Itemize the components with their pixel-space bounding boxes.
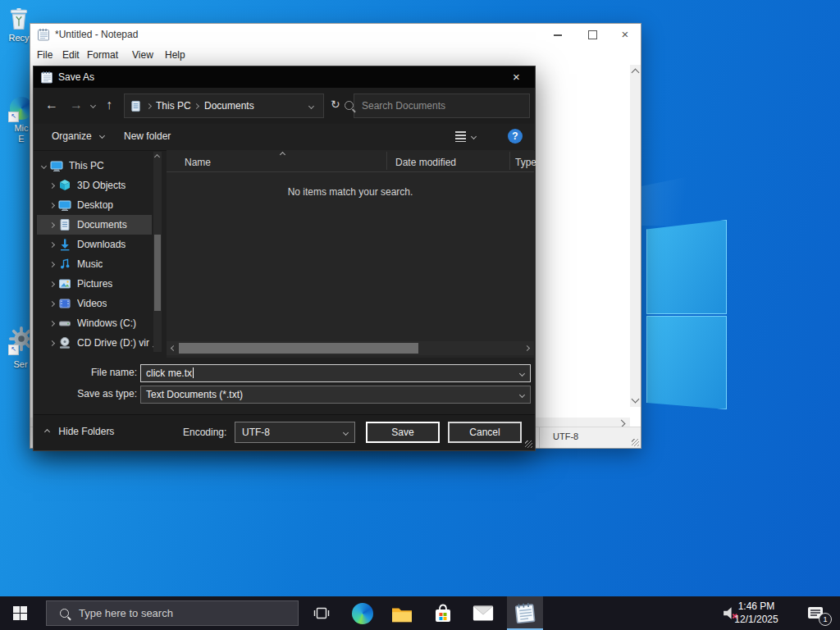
notepad-titlebar[interactable]: *Untitled - Notepad × bbox=[30, 24, 641, 45]
chevron-down-icon[interactable] bbox=[40, 162, 46, 168]
tree-item-3d-objects[interactable]: 3D Objects bbox=[37, 176, 152, 195]
save-as-type-select[interactable]: Text Documents (*.txt) bbox=[140, 386, 531, 404]
menu-format[interactable]: Format bbox=[87, 49, 118, 61]
organize-button[interactable]: Organize bbox=[52, 130, 104, 142]
search-box[interactable]: Search Documents bbox=[354, 94, 530, 118]
scrollbar-thumb[interactable] bbox=[154, 235, 161, 311]
menu-view[interactable]: View bbox=[132, 49, 153, 61]
notification-center-button[interactable]: 1 bbox=[797, 596, 835, 630]
close-button[interactable]: × bbox=[611, 24, 639, 45]
tree-item-desktop[interactable]: Desktop bbox=[37, 195, 152, 215]
dialog-footer: Hide Folders Encoding: UTF-8 Save Cancel bbox=[34, 414, 535, 450]
address-dropdown-icon[interactable] bbox=[308, 103, 314, 109]
task-view-button[interactable] bbox=[304, 596, 340, 630]
chevron-down-icon[interactable] bbox=[519, 392, 525, 398]
vertical-scrollbar[interactable] bbox=[630, 65, 641, 407]
tree-item-cd-drive-d[interactable]: CD Drive (D:) vir bbox=[37, 333, 152, 353]
task-view-icon bbox=[313, 606, 330, 620]
back-button[interactable]: ← bbox=[45, 98, 58, 112]
tree-label: 3D Objects bbox=[77, 180, 126, 191]
close-button[interactable]: × bbox=[498, 66, 535, 88]
scroll-down-icon[interactable] bbox=[632, 395, 640, 404]
maximize-button[interactable] bbox=[578, 24, 606, 45]
column-name[interactable]: Name bbox=[185, 157, 211, 168]
dialog-navigation-bar: ← → ↑ This PC Documents ↻ Search Documen… bbox=[34, 88, 535, 124]
desktop: Recy ↖ Mic E ↖ Ser *Untitled - Notepad ×… bbox=[0, 0, 840, 630]
recent-locations-icon[interactable] bbox=[90, 103, 96, 108]
menu-file[interactable]: File bbox=[37, 49, 52, 61]
taskbar-mail-button[interactable] bbox=[465, 596, 501, 630]
scroll-left-icon[interactable] bbox=[171, 345, 176, 351]
tree-item-videos[interactable]: Videos bbox=[37, 294, 152, 313]
chevron-right-icon[interactable] bbox=[48, 281, 54, 286]
menu-help[interactable]: Help bbox=[165, 49, 185, 61]
chevron-down-icon[interactable] bbox=[519, 371, 525, 377]
chevron-right-icon[interactable] bbox=[48, 182, 54, 188]
taskbar-edge-button[interactable] bbox=[345, 596, 381, 630]
menu-edit[interactable]: Edit bbox=[62, 49, 80, 61]
column-type[interactable]: Type bbox=[515, 157, 536, 168]
microsoft-store-icon bbox=[433, 603, 453, 624]
file-name-input[interactable]: click me.tx bbox=[140, 364, 531, 382]
help-button[interactable]: ? bbox=[508, 129, 523, 144]
taskbar-store-button[interactable] bbox=[425, 596, 461, 630]
taskbar-search-placeholder: Type here to search bbox=[79, 607, 173, 619]
search-icon bbox=[60, 609, 69, 618]
breadcrumb-this-pc[interactable]: This PC bbox=[156, 100, 191, 112]
resize-grip[interactable] bbox=[632, 439, 639, 446]
encoding-label: Encoding: bbox=[183, 427, 226, 438]
chevron-right-icon[interactable] bbox=[48, 340, 54, 345]
folder-tree: This PC 3D Objects Desktop Documents Dow bbox=[34, 150, 165, 358]
forward-button[interactable]: → bbox=[70, 98, 83, 112]
chevron-right-icon[interactable] bbox=[48, 241, 54, 247]
scrollbar-thumb[interactable] bbox=[179, 343, 418, 354]
dialog-titlebar[interactable]: Save As × bbox=[34, 66, 535, 88]
start-button[interactable] bbox=[2, 596, 38, 630]
column-divider[interactable] bbox=[386, 152, 387, 170]
scroll-right-icon[interactable] bbox=[524, 345, 530, 351]
breadcrumb-documents[interactable]: Documents bbox=[204, 100, 254, 112]
taskbar-file-explorer-button[interactable] bbox=[384, 596, 420, 630]
chevron-right-icon[interactable] bbox=[48, 320, 54, 326]
empty-list-message: No items match your search. bbox=[167, 186, 534, 198]
chevron-right-icon[interactable] bbox=[48, 221, 54, 227]
search-placeholder[interactable]: Search Documents bbox=[362, 100, 445, 112]
up-button[interactable]: ↑ bbox=[106, 98, 112, 112]
wallpaper-pane-top bbox=[646, 220, 727, 314]
scroll-up-icon[interactable] bbox=[154, 154, 160, 160]
refresh-button[interactable]: ↻ bbox=[331, 97, 340, 112]
notepad-icon bbox=[40, 71, 53, 84]
tree-item-music[interactable]: Music bbox=[37, 254, 152, 274]
chevron-right-icon[interactable] bbox=[48, 300, 54, 306]
tree-item-downloads[interactable]: Downloads bbox=[37, 235, 152, 254]
tree-scrollbar[interactable] bbox=[153, 152, 162, 352]
tree-item-documents[interactable]: Documents bbox=[37, 215, 152, 235]
mail-icon bbox=[472, 605, 494, 621]
column-date-modified[interactable]: Date modified bbox=[395, 157, 456, 168]
tree-item-this-pc[interactable]: This PC bbox=[37, 156, 152, 176]
scroll-up-icon[interactable] bbox=[632, 69, 640, 77]
3d-objects-icon bbox=[58, 179, 71, 192]
search-icon[interactable] bbox=[345, 101, 354, 110]
edge-icon bbox=[352, 603, 373, 624]
cancel-button[interactable]: Cancel bbox=[448, 422, 522, 443]
minimize-button[interactable] bbox=[544, 24, 572, 45]
list-horizontal-scrollbar[interactable] bbox=[167, 341, 534, 355]
column-divider[interactable] bbox=[509, 152, 510, 170]
encoding-select[interactable]: UTF-8 bbox=[235, 422, 355, 443]
views-button[interactable] bbox=[455, 130, 483, 144]
taskbar-notepad-button[interactable] bbox=[507, 596, 543, 630]
save-button[interactable]: Save bbox=[366, 422, 440, 443]
tree-item-windows-c[interactable]: Windows (C:) bbox=[37, 313, 152, 333]
chevron-right-icon[interactable] bbox=[48, 202, 54, 208]
chevron-right-icon[interactable] bbox=[48, 261, 54, 267]
hide-folders-button[interactable]: Hide Folders bbox=[45, 426, 114, 437]
new-folder-button[interactable]: New folder bbox=[124, 130, 171, 142]
taskbar-search-box[interactable]: Type here to search bbox=[46, 600, 299, 626]
taskbar-clock[interactable]: 1:46 PM 12/1/2025 bbox=[724, 600, 789, 626]
videos-icon bbox=[58, 297, 71, 310]
address-bar[interactable]: This PC Documents bbox=[124, 94, 324, 118]
tree-item-pictures[interactable]: Pictures bbox=[37, 274, 152, 294]
resize-grip[interactable] bbox=[525, 441, 532, 448]
recycle-bin-icon bbox=[8, 7, 30, 31]
